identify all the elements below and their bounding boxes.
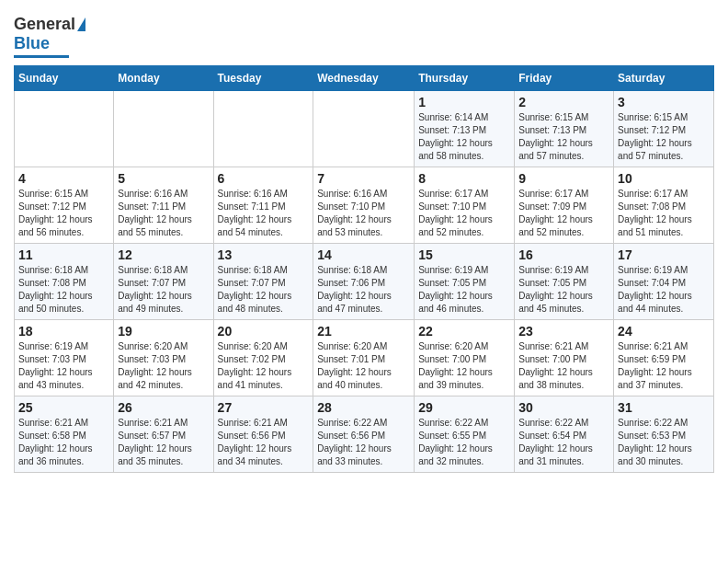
weekday-header-thursday: Thursday bbox=[415, 66, 515, 91]
day-number: 23 bbox=[518, 324, 609, 339]
calendar-cell: 22Sunrise: 6:20 AM Sunset: 7:00 PM Dayli… bbox=[415, 320, 515, 396]
calendar-cell: 24Sunrise: 6:21 AM Sunset: 6:59 PM Dayli… bbox=[614, 320, 714, 396]
day-number: 26 bbox=[118, 400, 209, 415]
day-number: 2 bbox=[518, 95, 609, 109]
day-number: 27 bbox=[218, 400, 310, 415]
day-info: Sunrise: 6:19 AM Sunset: 7:05 PM Dayligh… bbox=[418, 264, 510, 316]
calendar-cell: 15Sunrise: 6:19 AM Sunset: 7:05 PM Dayli… bbox=[415, 244, 515, 320]
calendar-cell: 23Sunrise: 6:21 AM Sunset: 7:00 PM Dayli… bbox=[515, 320, 614, 396]
day-info: Sunrise: 6:20 AM Sunset: 7:02 PM Dayligh… bbox=[218, 340, 310, 392]
weekday-header-wednesday: Wednesday bbox=[313, 66, 415, 91]
day-number: 7 bbox=[317, 171, 410, 186]
day-number: 30 bbox=[518, 400, 609, 415]
calendar-cell: 31Sunrise: 6:22 AM Sunset: 6:53 PM Dayli… bbox=[614, 396, 714, 473]
day-number: 4 bbox=[18, 171, 109, 186]
day-number: 16 bbox=[518, 247, 609, 262]
calendar-cell: 11Sunrise: 6:18 AM Sunset: 7:08 PM Dayli… bbox=[15, 244, 114, 320]
calendar-cell: 8Sunrise: 6:17 AM Sunset: 7:10 PM Daylig… bbox=[415, 167, 515, 244]
logo-general-text: General bbox=[14, 15, 75, 34]
calendar-cell bbox=[213, 91, 313, 167]
day-number: 22 bbox=[418, 324, 510, 339]
day-info: Sunrise: 6:20 AM Sunset: 7:00 PM Dayligh… bbox=[418, 340, 510, 392]
calendar-cell: 14Sunrise: 6:18 AM Sunset: 7:06 PM Dayli… bbox=[313, 244, 415, 320]
calendar-week-5: 25Sunrise: 6:21 AM Sunset: 6:58 PM Dayli… bbox=[15, 396, 714, 473]
weekday-header-monday: Monday bbox=[114, 66, 213, 91]
day-info: Sunrise: 6:22 AM Sunset: 6:54 PM Dayligh… bbox=[518, 417, 609, 468]
day-info: Sunrise: 6:22 AM Sunset: 6:56 PM Dayligh… bbox=[317, 417, 410, 468]
calendar-header-row: SundayMondayTuesdayWednesdayThursdayFrid… bbox=[15, 66, 714, 91]
day-info: Sunrise: 6:15 AM Sunset: 7:12 PM Dayligh… bbox=[18, 188, 109, 239]
day-number: 25 bbox=[18, 400, 109, 415]
calendar-cell: 7Sunrise: 6:16 AM Sunset: 7:10 PM Daylig… bbox=[313, 167, 415, 244]
day-number: 19 bbox=[118, 324, 209, 339]
weekday-header-saturday: Saturday bbox=[614, 66, 714, 91]
day-info: Sunrise: 6:19 AM Sunset: 7:04 PM Dayligh… bbox=[618, 264, 710, 316]
calendar-cell: 27Sunrise: 6:21 AM Sunset: 6:56 PM Dayli… bbox=[213, 396, 313, 473]
day-number: 31 bbox=[618, 400, 710, 415]
calendar-cell: 29Sunrise: 6:22 AM Sunset: 6:55 PM Dayli… bbox=[415, 396, 515, 473]
calendar-cell: 6Sunrise: 6:16 AM Sunset: 7:11 PM Daylig… bbox=[213, 167, 313, 244]
weekday-header-sunday: Sunday bbox=[15, 66, 114, 91]
day-info: Sunrise: 6:21 AM Sunset: 6:58 PM Dayligh… bbox=[18, 417, 109, 468]
calendar-cell: 12Sunrise: 6:18 AM Sunset: 7:07 PM Dayli… bbox=[114, 244, 213, 320]
day-number: 13 bbox=[218, 247, 310, 262]
calendar-cell: 3Sunrise: 6:15 AM Sunset: 7:12 PM Daylig… bbox=[614, 91, 714, 167]
calendar-cell bbox=[114, 91, 213, 167]
calendar-cell: 9Sunrise: 6:17 AM Sunset: 7:09 PM Daylig… bbox=[515, 167, 614, 244]
day-info: Sunrise: 6:20 AM Sunset: 7:03 PM Dayligh… bbox=[118, 340, 209, 392]
day-info: Sunrise: 6:22 AM Sunset: 6:55 PM Dayligh… bbox=[418, 417, 510, 468]
day-number: 10 bbox=[618, 171, 710, 186]
day-number: 15 bbox=[418, 247, 510, 262]
day-info: Sunrise: 6:19 AM Sunset: 7:03 PM Dayligh… bbox=[18, 340, 109, 392]
calendar-cell: 25Sunrise: 6:21 AM Sunset: 6:58 PM Dayli… bbox=[15, 396, 114, 473]
calendar-cell: 16Sunrise: 6:19 AM Sunset: 7:05 PM Dayli… bbox=[515, 244, 614, 320]
calendar-cell: 2Sunrise: 6:15 AM Sunset: 7:13 PM Daylig… bbox=[515, 91, 614, 167]
day-info: Sunrise: 6:21 AM Sunset: 7:00 PM Dayligh… bbox=[518, 340, 609, 392]
calendar-cell: 10Sunrise: 6:17 AM Sunset: 7:08 PM Dayli… bbox=[614, 167, 714, 244]
calendar-cell: 19Sunrise: 6:20 AM Sunset: 7:03 PM Dayli… bbox=[114, 320, 213, 396]
day-info: Sunrise: 6:16 AM Sunset: 7:10 PM Dayligh… bbox=[317, 188, 410, 239]
day-number: 17 bbox=[618, 247, 710, 262]
day-info: Sunrise: 6:16 AM Sunset: 7:11 PM Dayligh… bbox=[118, 188, 209, 239]
day-number: 9 bbox=[518, 171, 609, 186]
day-number: 14 bbox=[317, 247, 410, 262]
calendar-cell bbox=[313, 91, 415, 167]
day-info: Sunrise: 6:17 AM Sunset: 7:09 PM Dayligh… bbox=[518, 188, 609, 239]
calendar-week-1: 1Sunrise: 6:14 AM Sunset: 7:13 PM Daylig… bbox=[15, 91, 714, 167]
day-number: 11 bbox=[18, 247, 109, 262]
day-number: 21 bbox=[317, 324, 410, 339]
calendar-table: SundayMondayTuesdayWednesdayThursdayFrid… bbox=[14, 65, 714, 473]
weekday-header-tuesday: Tuesday bbox=[213, 66, 313, 91]
day-info: Sunrise: 6:21 AM Sunset: 6:59 PM Dayligh… bbox=[618, 340, 710, 392]
logo-underline bbox=[14, 55, 69, 58]
calendar-week-4: 18Sunrise: 6:19 AM Sunset: 7:03 PM Dayli… bbox=[15, 320, 714, 396]
calendar-cell: 26Sunrise: 6:21 AM Sunset: 6:57 PM Dayli… bbox=[114, 396, 213, 473]
day-number: 20 bbox=[218, 324, 310, 339]
day-number: 24 bbox=[618, 324, 710, 339]
page-header: General Blue bbox=[14, 9, 714, 58]
day-info: Sunrise: 6:18 AM Sunset: 7:08 PM Dayligh… bbox=[18, 264, 109, 316]
day-info: Sunrise: 6:16 AM Sunset: 7:11 PM Dayligh… bbox=[218, 188, 310, 239]
day-info: Sunrise: 6:15 AM Sunset: 7:12 PM Dayligh… bbox=[618, 111, 710, 163]
calendar-cell: 28Sunrise: 6:22 AM Sunset: 6:56 PM Dayli… bbox=[313, 396, 415, 473]
calendar-cell: 5Sunrise: 6:16 AM Sunset: 7:11 PM Daylig… bbox=[114, 167, 213, 244]
calendar-cell bbox=[15, 91, 114, 167]
calendar-cell: 30Sunrise: 6:22 AM Sunset: 6:54 PM Dayli… bbox=[515, 396, 614, 473]
day-info: Sunrise: 6:20 AM Sunset: 7:01 PM Dayligh… bbox=[317, 340, 410, 392]
logo-blue-text: Blue bbox=[14, 34, 50, 53]
day-info: Sunrise: 6:18 AM Sunset: 7:07 PM Dayligh… bbox=[118, 264, 209, 316]
calendar-cell: 1Sunrise: 6:14 AM Sunset: 7:13 PM Daylig… bbox=[415, 91, 515, 167]
day-number: 5 bbox=[118, 171, 209, 186]
day-info: Sunrise: 6:15 AM Sunset: 7:13 PM Dayligh… bbox=[518, 111, 609, 163]
calendar-week-2: 4Sunrise: 6:15 AM Sunset: 7:12 PM Daylig… bbox=[15, 167, 714, 244]
day-number: 29 bbox=[418, 400, 510, 415]
day-info: Sunrise: 6:22 AM Sunset: 6:53 PM Dayligh… bbox=[618, 417, 710, 468]
calendar-cell: 21Sunrise: 6:20 AM Sunset: 7:01 PM Dayli… bbox=[313, 320, 415, 396]
calendar-cell: 20Sunrise: 6:20 AM Sunset: 7:02 PM Dayli… bbox=[213, 320, 313, 396]
day-info: Sunrise: 6:18 AM Sunset: 7:06 PM Dayligh… bbox=[317, 264, 410, 316]
day-info: Sunrise: 6:17 AM Sunset: 7:10 PM Dayligh… bbox=[418, 188, 510, 239]
day-info: Sunrise: 6:19 AM Sunset: 7:05 PM Dayligh… bbox=[518, 264, 609, 316]
weekday-header-friday: Friday bbox=[515, 66, 614, 91]
day-number: 8 bbox=[418, 171, 510, 186]
calendar-cell: 4Sunrise: 6:15 AM Sunset: 7:12 PM Daylig… bbox=[15, 167, 114, 244]
